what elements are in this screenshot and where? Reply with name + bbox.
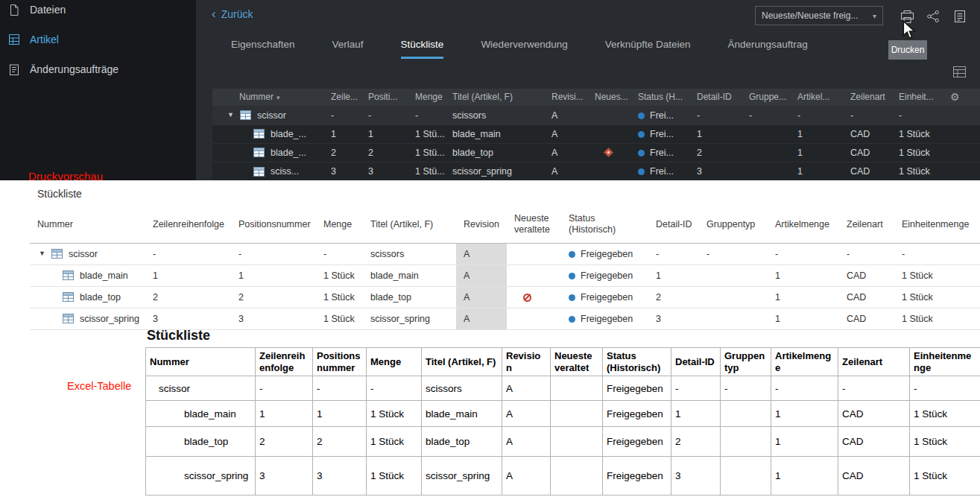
cell-titel: blade_main: [363, 265, 456, 286]
table-header-row: Nummer▾ Zeile... Positi... Menge Titel (…: [212, 89, 980, 106]
col-header-nummer[interactable]: Nummer▾: [212, 89, 325, 106]
cell-revision: A: [546, 143, 589, 162]
tab-verlauf[interactable]: Verlauf: [332, 39, 364, 59]
col-header-zeilenreihenfolge[interactable]: Zeile...: [325, 89, 362, 106]
cell-einheitenmenge: 1 Stück: [893, 162, 944, 180]
expand-toggle-icon: ▼: [39, 250, 45, 257]
cell-revision: A: [546, 106, 589, 124]
tab-verknuepfte-dateien[interactable]: Verknüpfte Dateien: [605, 39, 691, 59]
cell-detail-id: 1: [671, 401, 721, 427]
col-header-status: Status (Historisch): [603, 348, 671, 376]
sidebar-item-artikel[interactable]: Artikel: [0, 25, 196, 54]
revision-rule-value: Neueste/Neueste freig...: [762, 10, 858, 21]
cell-neueste: [507, 243, 561, 265]
cell-menge: 1 Stück: [316, 308, 363, 329]
cell-neueste: [551, 376, 603, 401]
col-header-einheitenmenge[interactable]: Einheit...: [893, 89, 944, 106]
col-header-detail-id: Detail-ID: [671, 348, 721, 376]
bom-row-scissor-spring[interactable]: sciss... 3 3 1 Stü... scissor_spring A F…: [212, 162, 980, 180]
cell-text: scissor_spring: [80, 314, 139, 324]
col-header-status[interactable]: Status (H...: [632, 89, 691, 106]
share-button[interactable]: [924, 8, 942, 25]
cell-neueste: [507, 265, 561, 286]
cell-zeilenart: -: [838, 376, 910, 401]
col-header-titel[interactable]: Titel (Artikel, F): [446, 89, 546, 106]
cell-gruppentyp: -: [743, 106, 791, 124]
cell-artikelmenge: -: [791, 106, 844, 124]
col-header-gruppentyp: Gruppentyp: [699, 206, 768, 243]
col-header-zeilenart[interactable]: Zeilenart: [844, 89, 893, 106]
cell-menge: 1 Stück: [367, 457, 422, 496]
bom-row-blade-main[interactable]: blade_... 1 1 1 Stü... blade_main A Frei…: [212, 124, 980, 143]
cell-einheitenmenge: 1 Stück: [910, 401, 980, 427]
obsolete-icon: [604, 148, 613, 157]
table-view-icon: [953, 66, 966, 77]
expand-toggle-icon[interactable]: ▼: [227, 112, 234, 118]
col-header-zeilenart: Zeilenart: [838, 348, 910, 376]
cell-artikelmenge: 1: [768, 308, 839, 329]
cell-titel: blade_top: [422, 427, 502, 457]
sidebar-item-dateien[interactable]: Dateien: [0, 0, 196, 25]
cell-nummer: blade_...: [212, 143, 325, 162]
cell-artikelmenge: -: [768, 243, 839, 265]
tab-eigenschaften[interactable]: Eigenschaften: [231, 39, 295, 59]
bom-tree-table: Nummer▾ Zeile... Positi... Menge Titel (…: [212, 89, 980, 180]
cell-nummer: ▼scissor: [30, 243, 145, 265]
cell-zeile: 2: [145, 286, 231, 308]
gear-icon: ⚙: [950, 91, 960, 103]
back-label: Zurück: [221, 8, 253, 20]
print-preview-title: Stückliste: [37, 188, 82, 200]
cell-detail-id: 1: [648, 265, 699, 286]
cell-revision: A: [546, 124, 589, 143]
col-header-zeilenreihenfolge: Zeilenreihenfolge: [256, 348, 313, 376]
cell-menge: 1 Stück: [316, 265, 363, 286]
cell-neueste: [589, 162, 632, 180]
col-header-menge[interactable]: Menge: [409, 89, 446, 106]
revision-rule-dropdown[interactable]: Neueste/Neueste freig... ▾: [755, 6, 883, 25]
cell-revision: A: [502, 376, 551, 401]
col-header-detail-id: Detail-ID: [648, 206, 699, 243]
mouse-cursor: [902, 20, 916, 39]
sidebar-item-label: Dateien: [30, 4, 66, 16]
cell-pos: 2: [231, 286, 316, 308]
col-header-revision[interactable]: Revisi...: [546, 89, 589, 106]
back-button[interactable]: ‹ Zurück: [212, 7, 253, 20]
cell-text: blade_...: [271, 129, 306, 139]
excel-row-blade-top: blade_top 2 2 1 Stück blade_top A Freige…: [146, 427, 980, 457]
cell-nummer: blade_...: [212, 124, 325, 143]
cell-zeile: 3: [325, 162, 362, 180]
table-view-button[interactable]: [953, 66, 966, 80]
excel-row-scissor: scissor - - - scissors A Freigegeben - -…: [146, 376, 980, 401]
col-header-positionsnummer[interactable]: Positi...: [362, 89, 409, 106]
reports-button[interactable]: [951, 8, 969, 25]
cell-detail-id: 3: [648, 308, 699, 329]
tab-wiederverwendung[interactable]: Wiederverwendung: [481, 39, 567, 59]
sidebar-item-aenderungsauftraege[interactable]: Änderungsaufträge: [0, 54, 196, 84]
col-header-artikelmenge[interactable]: Artikel...: [791, 89, 844, 106]
cell-menge: -: [367, 376, 422, 401]
cell-gruppentyp: [743, 162, 791, 180]
bom-row-blade-top[interactable]: blade_... 2 2 1 Stü... blade_top A Frei.…: [212, 143, 980, 162]
cell-detail-id: 2: [671, 427, 721, 457]
cell-titel: blade_top: [363, 286, 456, 308]
col-header-detail-id[interactable]: Detail-ID: [691, 89, 743, 106]
cell-nummer: ▼scissor: [212, 106, 325, 124]
excel-row-scissor-spring: scissor_spring 3 3 1 Stück scissor_sprin…: [146, 457, 980, 496]
tab-aenderungsauftrag[interactable]: Änderungsauftrag: [728, 39, 808, 59]
col-header-gruppentyp[interactable]: Gruppe...: [743, 89, 791, 106]
cell-zeile: 2: [325, 143, 362, 162]
excel-table: Nummer Zeilenreihenfolge Positionsnummer…: [145, 347, 980, 496]
item-icon: [63, 314, 74, 323]
col-header-neueste-veraltete[interactable]: Neues...: [589, 89, 632, 106]
col-header-titel: Titel (Artikel, F): [363, 206, 456, 243]
tab-stueckliste[interactable]: Stückliste: [401, 39, 444, 59]
bom-row-scissor[interactable]: ▼scissor - - - scissors A Frei... - - - …: [212, 106, 980, 124]
cell-gruppentyp: [699, 308, 768, 329]
cell-gruppentyp: -: [721, 376, 771, 401]
cell-titel: scissors: [446, 106, 546, 124]
cell-neueste: [551, 401, 603, 427]
cell-nummer: blade_main: [146, 401, 256, 427]
col-header-settings[interactable]: ⚙: [944, 89, 980, 106]
cell-zeile: 1: [325, 124, 362, 143]
cell-gruppentyp: [721, 457, 771, 496]
